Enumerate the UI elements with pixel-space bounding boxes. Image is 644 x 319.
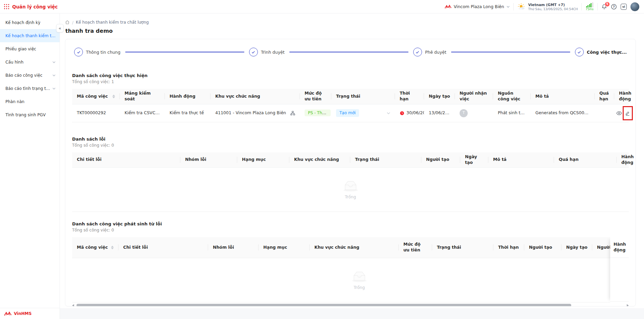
- sidebar-item-ke-hoach-thanh-kiem-tra[interactable]: Kế hoạch thanh kiểm tra chất...: [0, 29, 60, 42]
- col-khu-vuc-chuc-nang: Khu vực chức năng: [310, 237, 399, 258]
- cell-description: Generates from QCS00000445, Kiế...: [531, 104, 595, 122]
- datetime-label: Thứ Sáu, 13/06/2025, 04:54CH: [528, 7, 578, 11]
- main-area: Kế hoạch thanh kiểm tra chất lượng thanh…: [60, 14, 644, 319]
- view-eye-icon[interactable]: [616, 111, 622, 116]
- col-thoi-han: Thời hạn: [493, 237, 524, 258]
- language-switcher[interactable]: vi: [621, 4, 627, 10]
- col-hang-muc: Hạng mục: [237, 152, 289, 168]
- assignee-avatar[interactable]: T: [460, 109, 468, 117]
- col-ngay-tao: Ngày tạo: [424, 89, 455, 104]
- check-circle-icon: [249, 48, 258, 56]
- col-nguon-cong-viec: Nguồn công việc: [493, 89, 531, 104]
- col-nhom-loi: Nhóm lỗi: [208, 237, 259, 258]
- col-ma-cong-viec[interactable]: Mã công việc: [72, 89, 120, 104]
- help-button[interactable]: ?: [611, 4, 617, 10]
- sidebar-item-bao-cao-tinh-trang[interactable]: Báo cáo tình trạng thực hiện: [0, 82, 60, 95]
- col-mo-ta: Mô tả: [531, 89, 595, 104]
- sidebar-item-bao-cao-cong-viec[interactable]: Báo cáo công việc: [0, 69, 60, 82]
- sort-icon[interactable]: [111, 246, 114, 249]
- section-title: Danh sách lỗi: [72, 137, 629, 142]
- network-status: 75ms: [585, 2, 594, 11]
- svg-text:?: ?: [613, 5, 615, 8]
- col-ma-cong-viec[interactable]: Mã công việc: [72, 237, 118, 258]
- step-trinh-duyet[interactable]: Trình duyệt: [249, 48, 285, 56]
- step-cong-viec-thuc-hien[interactable]: Công việc thực...: [575, 48, 627, 56]
- col-actions: Hành động: [617, 152, 629, 168]
- detail-card: Thông tin chung Trình duyệt Phê duyệt Cô…: [65, 39, 636, 306]
- cell-created-date: 13/06/2025: [424, 104, 455, 122]
- sidebar-item-tinh-trang-sinh-pgv[interactable]: Tình trạng sinh PGV: [0, 108, 60, 121]
- cell-priority: PS - Thấp: [300, 104, 331, 122]
- breadcrumb-item[interactable]: Kế hoạch thanh kiểm tra chất lượng: [76, 20, 149, 25]
- sidebar-item-cau-hinh[interactable]: Cấu hình: [0, 55, 60, 69]
- divider: [581, 3, 582, 10]
- scroll-right-arrow[interactable]: [627, 304, 629, 307]
- app-title: Quản lý công việc: [12, 4, 58, 9]
- cell-actions: [614, 104, 629, 122]
- brand-name: VinHMS: [14, 311, 31, 316]
- sitemap-icon[interactable]: [290, 111, 295, 116]
- weather-widget: Vietnam (GMT +7) Thứ Sáu, 13/06/2025, 04…: [517, 3, 578, 11]
- status-badge[interactable]: Tạo mới: [336, 109, 359, 117]
- divider: [597, 3, 598, 10]
- col-hanh-dong: Hành động: [165, 89, 210, 104]
- col-muc-do-uu-tien: Mức độ ưu tiên: [399, 237, 432, 258]
- latency-label: 75ms: [585, 8, 594, 11]
- page-title: thanh tra demo: [65, 28, 636, 34]
- app-menu-grid-icon[interactable]: [4, 4, 9, 9]
- scroll-left-arrow[interactable]: [72, 304, 74, 307]
- step-connector: [451, 52, 570, 52]
- divider: [513, 3, 514, 10]
- sidebar-collapse-button[interactable]: [56, 24, 64, 32]
- step-thong-tin-chung[interactable]: Thông tin chung: [74, 48, 120, 56]
- scrollbar-track[interactable]: [75, 304, 626, 306]
- col-qua-han: Quá hạn: [595, 89, 614, 104]
- cell-functional-area: 411001 - Vincom Plaza Long Biên: [210, 104, 300, 122]
- sort-icon[interactable]: [112, 95, 115, 98]
- overdue-clock-icon: [400, 111, 404, 116]
- sun-cloud-icon: [517, 3, 526, 10]
- col-actions: Hành động: [614, 89, 629, 104]
- col-trang-thai: Trạng thái: [350, 152, 421, 168]
- vinhms-logo-icon: [4, 311, 12, 317]
- cell-control-area: Kiểm tra CSVC- CLDV: [120, 104, 165, 122]
- empty-row: Trống: [72, 258, 629, 302]
- error-tasks-table: Mã công việc Chi tiết lỗi Nhóm lỗi Hạng …: [72, 237, 629, 302]
- check-circle-icon: [575, 48, 584, 56]
- col-khu-vuc-chuc-nang: Khu vực chức năng: [210, 89, 300, 104]
- col-qua-han: Quá hạn: [554, 152, 617, 168]
- signal-bars-icon: [586, 2, 593, 7]
- step-connector: [125, 52, 244, 52]
- top-header: Quản lý công việc Vincom Plaza Long Biên…: [0, 0, 644, 14]
- property-selector[interactable]: Vincom Plaza Long Biên: [445, 4, 510, 9]
- col-trang-thai: Trạng thái: [432, 237, 493, 258]
- check-circle-icon: [413, 48, 422, 56]
- section-title: Danh sách công việc thực hiện: [72, 73, 629, 78]
- question-circle-icon: ?: [611, 4, 617, 10]
- home-icon[interactable]: [65, 20, 70, 25]
- cell-status: Tạo mới: [331, 104, 395, 122]
- section-subtitle: Tổng số công việc: 0: [72, 228, 629, 232]
- section-title: Danh sách công việc phát sinh từ lỗi: [72, 221, 629, 226]
- col-chi-tiet-loi: Chi tiết lỗi: [72, 152, 180, 168]
- user-avatar[interactable]: [630, 2, 639, 11]
- sidebar-item-phieu-giao-viec[interactable]: Phiếu giao việc: [0, 42, 60, 55]
- sidebar-item-ke-hoach-dinh-ky[interactable]: Kế hoạch định kỳ: [0, 16, 60, 29]
- empty-row: Trống: [72, 168, 629, 212]
- empty-inbox-icon: [351, 270, 368, 283]
- col-muc-do-uu-tien: Mức độ ưu tiên: [300, 89, 331, 104]
- step-connector: [289, 52, 408, 52]
- content-panel: Kế hoạch thanh kiểm tra chất lượng thanh…: [60, 14, 644, 308]
- cell-overdue: [595, 104, 614, 122]
- scrollbar-thumb[interactable]: [76, 304, 571, 306]
- select-chevron-icon[interactable]: [387, 112, 390, 114]
- empty-label: Trống: [354, 285, 365, 290]
- edit-pencil-icon[interactable]: [625, 111, 630, 116]
- notifications-button[interactable]: 5: [601, 4, 607, 10]
- section-errors: Danh sách lỗi Tổng số công việc: 0 Chi t…: [72, 137, 629, 212]
- workflow-stepper: Thông tin chung Trình duyệt Phê duyệt Cô…: [72, 47, 629, 57]
- col-nguoi-tao: Người tạo: [524, 237, 561, 258]
- sidebar-item-phan-nan[interactable]: Phàn nàn: [0, 95, 60, 108]
- step-phe-duyet[interactable]: Phê duyệt: [413, 48, 446, 56]
- sidebar: Kế hoạch định kỳ Kế hoạch thanh kiểm tra…: [0, 14, 60, 319]
